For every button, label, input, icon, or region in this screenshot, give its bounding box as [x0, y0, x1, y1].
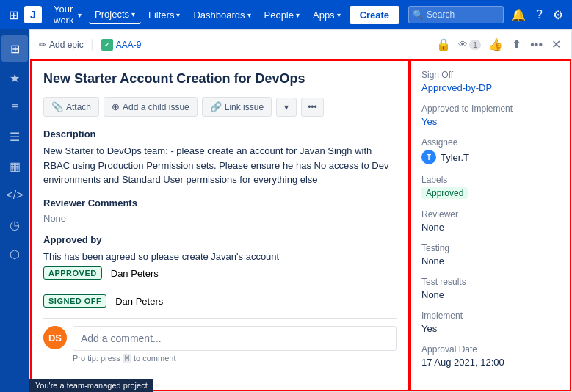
chevron-down-icon: ▾ — [247, 11, 251, 19]
nav-right-actions: 🔍 🔔 ? ⚙ — [408, 5, 566, 25]
nav-item-people[interactable]: People ▾ — [258, 7, 305, 23]
testing-value: None — [421, 255, 560, 266]
sign-off-label: Sign Off — [421, 70, 560, 80]
chevron-down-icon: ▾ — [131, 10, 135, 18]
assignee-value: Tyler.T — [441, 152, 469, 163]
implement-label: Implement — [421, 311, 560, 321]
attach-button[interactable]: 📎 Attach — [43, 97, 99, 117]
sidebar-item-hex[interactable]: ⬡ — [1, 241, 28, 267]
issue-header: ✏ Add epic │ ✓ AAA-9 🔒 👁 1 👍 — [30, 30, 571, 59]
add-epic-button[interactable]: ✏ Add epic — [39, 40, 84, 50]
issue-title: New Starter Account Creation for DevOps — [43, 70, 397, 88]
share-button[interactable]: ⬆ — [510, 36, 523, 53]
approved-row: APPROVED Dan Peters — [43, 266, 397, 280]
sidebar-item-list[interactable]: ≡ — [1, 94, 28, 120]
test-results-field: Test results None — [421, 277, 560, 300]
reviewer-comments-label: Reviewer Comments — [43, 197, 397, 208]
more-options-button[interactable]: ••• — [529, 37, 544, 53]
implement-value: Yes — [421, 323, 560, 334]
sign-off-value[interactable]: Approved-by-DP — [421, 82, 560, 93]
signed-off-row: SIGNED OFF Dan Peters — [43, 294, 397, 308]
description-label: Description — [43, 128, 397, 139]
chevron-down-icon: ▾ — [337, 11, 341, 19]
nav-item-your-work[interactable]: Your work ▾ — [48, 1, 87, 29]
nav-item-dashboards[interactable]: Dashboards ▾ — [187, 7, 256, 23]
nav-item-filters[interactable]: Filters ▾ — [142, 7, 186, 23]
plus-icon: ⊕ — [112, 101, 120, 112]
link-issue-button[interactable]: 🔗 Link issue — [202, 97, 272, 117]
settings-icon[interactable]: ⚙ — [550, 5, 566, 25]
approved-badge: APPROVED — [43, 266, 102, 280]
watch-button[interactable]: 👁 1 — [458, 39, 481, 50]
approved-implement-field: Approved to Implement Yes — [421, 104, 560, 127]
comment-row: DS Add a comment... — [43, 326, 397, 351]
chevron-down-icon: ▾ — [176, 11, 180, 19]
nav-item-projects[interactable]: Projects ▾ — [89, 6, 141, 24]
approval-date-field: Approval Date 17 Aug 2021, 12:00 — [421, 344, 560, 368]
bottom-tip: You're a team-managed project — [29, 379, 153, 392]
action-buttons: 📎 Attach ⊕ Add a child issue 🔗 Link issu… — [43, 97, 397, 117]
sidebar-item-home[interactable]: ⊞ — [1, 35, 28, 62]
search-container: 🔍 — [408, 6, 504, 23]
signed-off-section: SIGNED OFF Dan Peters — [43, 294, 397, 308]
issue-type-icon: ✓ — [101, 39, 113, 51]
search-icon: 🔍 — [413, 10, 424, 20]
lock-icon[interactable]: 🔒 — [435, 36, 452, 53]
approved-by-section: Approved by This has been agreed so plea… — [43, 234, 397, 280]
description-section: Description New Starter to DevOps team: … — [43, 128, 397, 187]
avatar: DS — [43, 326, 67, 349]
comment-section: DS Add a comment... Pro tip: press M to … — [43, 318, 397, 363]
link-icon: 🔗 — [210, 101, 222, 112]
approval-date-value: 17 Aug 2021, 12:00 — [421, 357, 560, 368]
signed-off-name: Dan Peters — [115, 296, 163, 307]
approval-date-label: Approval Date — [421, 344, 560, 355]
sidebar-item-board[interactable]: ▦ — [1, 153, 28, 179]
help-icon[interactable]: ? — [533, 5, 546, 24]
grid-icon[interactable]: ⊞ — [6, 5, 21, 25]
approved-implement-label: Approved to Implement — [421, 104, 560, 114]
sidebar-item-time[interactable]: ◷ — [1, 211, 28, 238]
signed-off-badge: SIGNED OFF — [43, 294, 106, 308]
sidebar-item-starred[interactable]: ★ — [1, 65, 28, 91]
test-results-value: None — [421, 289, 560, 300]
sidebar-item-code[interactable]: </> — [1, 182, 28, 208]
testing-field: Testing None — [421, 243, 560, 266]
add-child-issue-button[interactable]: ⊕ Add a child issue — [104, 97, 198, 117]
reviewer-value: None — [421, 222, 560, 233]
issue-body: New Starter Account Creation for DevOps … — [30, 59, 571, 391]
comment-input[interactable]: Add a comment... — [73, 326, 397, 351]
assignee-row: T Tyler.T — [421, 150, 560, 164]
labels-field: Labels Approved — [421, 175, 560, 199]
nav-item-apps[interactable]: Apps ▾ — [307, 7, 347, 23]
main-content: ✏ Add epic │ ✓ AAA-9 🔒 👁 1 👍 — [29, 29, 572, 392]
more-actions-button[interactable]: ••• — [301, 98, 324, 117]
implement-field: Implement Yes — [421, 311, 560, 334]
test-results-label: Test results — [421, 277, 560, 287]
paperclip-icon: 📎 — [51, 101, 63, 112]
chevron-down-icon: ▾ — [78, 11, 82, 19]
chevron-dropdown-button[interactable]: ▾ — [276, 98, 297, 117]
labels-value[interactable]: Approved — [421, 187, 468, 199]
approved-implement-value[interactable]: Yes — [421, 116, 560, 127]
approved-by-label: Approved by — [43, 234, 397, 245]
close-button[interactable]: ✕ — [550, 36, 562, 53]
like-button[interactable]: 👍 — [487, 36, 504, 53]
assignee-label: Assignee — [421, 137, 560, 148]
description-content: New Starter to DevOps team: - please cre… — [43, 144, 397, 187]
notifications-icon[interactable]: 🔔 — [508, 5, 529, 25]
create-button[interactable]: Create — [350, 6, 399, 24]
separator: │ — [90, 39, 95, 50]
app-layout: ⊞ ★ ≡ ☰ ▦ </> ◷ ⬡ ✏ Add epic │ ✓ AAA-9 — [0, 29, 572, 392]
nav-items: Your work ▾ Projects ▾ Filters ▾ Dashboa… — [48, 1, 347, 29]
app-logo[interactable]: J — [24, 6, 42, 23]
navigation-bar: ⊞ J Your work ▾ Projects ▾ Filters ▾ Das… — [0, 0, 572, 29]
approved-name: Dan Peters — [111, 268, 159, 279]
pencil-icon: ✏ — [39, 40, 46, 50]
assignee-field: Assignee T Tyler.T — [421, 137, 560, 164]
issue-key-badge[interactable]: ✓ AAA-9 — [101, 39, 142, 51]
sidebar-item-backlog[interactable]: ☰ — [1, 123, 28, 150]
issue-panel: ✏ Add epic │ ✓ AAA-9 🔒 👁 1 👍 — [29, 29, 572, 392]
header-actions: 🔒 👁 1 👍 ⬆ ••• ✕ — [435, 36, 562, 53]
reviewer-label: Reviewer — [421, 209, 560, 219]
chevron-down-icon: ▾ — [296, 11, 300, 19]
